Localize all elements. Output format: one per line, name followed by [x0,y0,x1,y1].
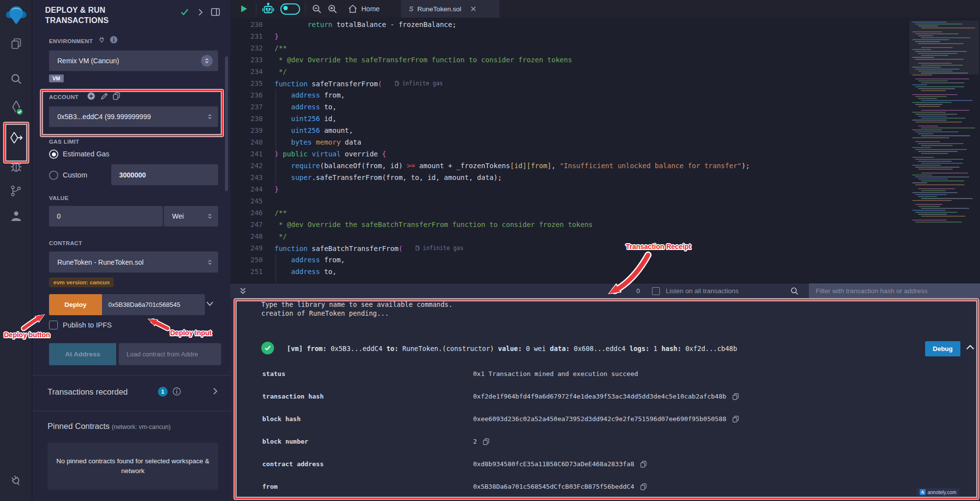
value-input[interactable] [49,206,163,226]
debug-button[interactable]: Debug [925,341,960,356]
add-account-icon[interactable] [87,92,95,100]
sign-message-pencil-icon[interactable] [101,92,108,100]
tx-success-check-icon [261,342,274,354]
at-address-button[interactable]: At Address [49,343,116,365]
line-number: 240 [230,136,263,148]
terminal-toolbar: 0 Listen on all transactions [230,283,980,299]
collapse-tx-chevron-icon[interactable] [966,344,975,350]
code-line: bytes memory data [275,136,750,148]
contract-select[interactable]: RuneToken - RuneToken.sol [49,251,218,273]
receipt-row: transaction hash0xf2de1f964bfd4f9a6d6797… [230,386,976,408]
divider [32,411,230,411]
receipt-row: block number2 [230,431,976,453]
zoom-out-icon[interactable] [312,0,322,18]
tab-runetoken-sol[interactable]: S RuneToken.sol ✕ [401,0,500,18]
copy-account-icon[interactable] [113,92,120,100]
receipt-key: from [262,483,277,490]
deploy-button[interactable]: Deploy [49,294,102,315]
expand-terminal-chevrons-icon[interactable] [239,287,247,295]
transaction-filter-input[interactable] [809,283,980,299]
tab-home[interactable]: Home [348,0,379,18]
line-number: 237 [230,101,263,113]
panel-scrollbar[interactable] [225,56,228,191]
solidity-compiler-icon[interactable] [0,100,32,116]
file-explorer-icon[interactable] [0,37,32,50]
line-number: 233 [230,54,263,66]
debugger-bug-icon[interactable] [0,160,32,173]
plug-icon[interactable] [98,36,105,44]
divider [32,375,230,376]
divider [256,3,256,15]
line-number: 242 [230,160,263,172]
pin-panel-icon[interactable] [211,8,220,16]
environment-select[interactable]: Remix VM (Cancun) [49,50,218,71]
publish-ipfs-checkbox[interactable] [49,321,58,329]
pending-tx-count: 0 [636,287,640,295]
editor-toolbar: Home S RuneToken.sol ✕ [230,0,980,18]
remix-ai-robot-icon[interactable] [261,0,276,18]
transaction-receipt-table: status0x1 Transaction mined and executio… [230,363,976,499]
line-number: 232 [230,42,263,54]
panel-title: DEPLOY & RUNTRANSACTIONS [45,5,109,25]
transactions-recorded-label: Transactions recorded [48,387,128,397]
account-select[interactable]: 0x5B3...eddC4 (99.999999999 [49,106,218,127]
line-number: 234 [230,66,263,77]
value-label: VALUE [49,195,69,201]
divider [305,3,305,15]
line-number: 250 [230,254,263,266]
line-number: 249 [230,242,263,254]
transactions-count-badge: 1 [158,387,168,397]
receipt-value: 0xf2de1f964bfd4f9a6d67972f4e1dea39f53ac3… [473,393,739,400]
git-branch-icon[interactable] [0,185,32,197]
deploy-run-panel: DEPLOY & RUNTRANSACTIONS ENVIRONMENT Rem… [32,0,231,501]
line-number: 239 [230,125,263,136]
custom-gas-input[interactable] [111,164,218,185]
code-line: ) public virtual override { [275,148,750,160]
editor-gutter: 2302312322332342352362372382392402412422… [230,19,263,277]
code-line: /** [275,207,750,219]
code-line: * @dev Override the safeTransferFrom fun… [275,54,750,66]
receipt-key: block number [262,438,308,445]
transactions-expand-chevron-icon[interactable] [213,387,218,395]
editor-minimap[interactable] [909,21,979,226]
transactions-info-icon[interactable] [173,387,181,396]
copy-icon[interactable] [483,438,489,445]
receipt-row: block hash0xee6093d236c02a52a450ea73952d… [230,408,976,431]
copy-icon[interactable] [640,461,647,468]
code-line: address to, [275,101,750,113]
code-editor[interactable]: 2302312322332342352362372382392402412422… [230,18,980,283]
custom-gas-radio[interactable] [49,171,58,180]
zoom-in-icon[interactable] [327,0,337,18]
environment-stepper-icon[interactable] [201,55,213,67]
receipt-row: status0x1 Transaction mined and executio… [230,363,976,386]
panel-next-chevron-icon[interactable] [198,8,203,16]
run-script-play-icon[interactable] [240,0,248,18]
copy-icon[interactable] [732,416,739,423]
copy-icon[interactable] [640,483,647,490]
terminal-line: creation of RuneToken pending... [261,309,389,317]
deploy-expand-chevron-icon[interactable] [206,301,214,307]
environment-info-icon[interactable] [110,36,118,44]
code-line: super.safeTransferFrom(from, to, id, amo… [275,172,750,183]
panel-check-icon [180,8,189,16]
terminal-search-icon[interactable] [790,287,799,295]
annotely-watermark: A annotely.com [917,488,959,496]
value-unit-select[interactable]: Wei [164,206,218,226]
annotely-text: annotely.com [928,490,956,495]
code-line: /** [275,42,750,54]
copilot-toggle[interactable] [280,0,300,18]
search-icon[interactable] [0,73,32,85]
tx-summary[interactable]: [vm] from: 0x5B3...eddC4 to: RuneToken.(… [287,345,737,352]
plugin-manager-plug-icon[interactable] [0,475,32,487]
estimated-gas-radio[interactable] [49,150,58,159]
learneth-icon[interactable] [0,210,32,223]
at-address-input[interactable] [119,343,221,365]
close-tab-icon[interactable]: ✕ [470,4,477,14]
deploy-run-icon[interactable] [0,131,32,145]
line-number: 247 [230,219,263,230]
code-line: */ [275,230,750,242]
line-number: 248 [230,230,263,242]
copy-icon[interactable] [732,393,739,400]
deploy-constructor-input[interactable] [102,294,205,315]
listen-transactions-checkbox[interactable] [652,287,660,295]
